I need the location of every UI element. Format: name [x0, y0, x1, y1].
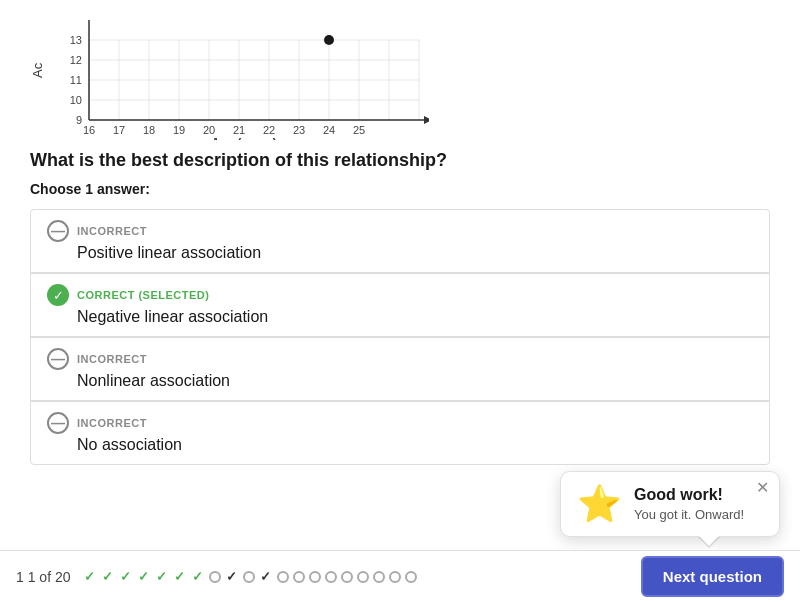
- svg-text:19: 19: [173, 124, 185, 136]
- svg-text:11: 11: [70, 74, 82, 86]
- dot-11: ✓: [259, 570, 273, 584]
- progress-number: 1: [16, 569, 28, 585]
- svg-text:12: 12: [70, 54, 82, 66]
- svg-marker-19: [424, 116, 429, 124]
- answer-option-4[interactable]: — INCORRECT No association: [30, 401, 770, 465]
- answer-option-3[interactable]: — INCORRECT Nonlinear association: [30, 337, 770, 401]
- main-content: Ac: [0, 0, 800, 465]
- dot-7: ✓: [191, 570, 205, 584]
- svg-text:18: 18: [143, 124, 155, 136]
- dot-3: ✓: [119, 570, 133, 584]
- toast-pointer: [699, 536, 719, 546]
- dot-8: [209, 571, 221, 583]
- option-status-3: INCORRECT: [77, 353, 147, 365]
- answer-option-2[interactable]: ✓ CORRECT (SELECTED) Negative linear ass…: [30, 273, 770, 337]
- bottom-bar: 1 1 of 20 ✓ ✓ ✓ ✓ ✓ ✓ ✓ ✓ ✓ Next questio…: [0, 550, 800, 602]
- svg-text:24: 24: [323, 124, 335, 136]
- dot-20: [405, 571, 417, 583]
- toast-close-button[interactable]: ✕: [756, 480, 769, 496]
- dot-15: [325, 571, 337, 583]
- svg-text:17: 17: [113, 124, 125, 136]
- incorrect-icon-1: —: [47, 220, 69, 242]
- dot-14: [309, 571, 321, 583]
- svg-text:Age (years): Age (years): [211, 136, 276, 140]
- progress-of-total: 1 of 20: [28, 569, 71, 585]
- answer-option-1[interactable]: — INCORRECT Positive linear association: [30, 209, 770, 273]
- dot-12: [277, 571, 289, 583]
- svg-text:16: 16: [83, 124, 95, 136]
- svg-point-35: [324, 35, 334, 45]
- y-axis-label: Ac: [30, 10, 45, 130]
- svg-text:23: 23: [293, 124, 305, 136]
- svg-text:25: 25: [353, 124, 365, 136]
- dot-19: [389, 571, 401, 583]
- correct-icon-2: ✓: [47, 284, 69, 306]
- dot-9: ✓: [225, 570, 239, 584]
- svg-text:20: 20: [203, 124, 215, 136]
- dot-13: [293, 571, 305, 583]
- dot-4: ✓: [137, 570, 151, 584]
- svg-text:9: 9: [76, 114, 82, 126]
- toast: ⭐ Good work! You got it. Onward! ✕: [560, 471, 780, 537]
- dot-18: [373, 571, 385, 583]
- dot-16: [341, 571, 353, 583]
- dot-6: ✓: [173, 570, 187, 584]
- choose-label: Choose 1 answer:: [30, 181, 770, 197]
- svg-text:10: 10: [70, 94, 82, 106]
- svg-text:13: 13: [70, 34, 82, 46]
- next-question-button[interactable]: Next question: [641, 556, 784, 597]
- progress-text: 1 1 of 20: [16, 569, 71, 585]
- dot-5: ✓: [155, 570, 169, 584]
- chart-container: 9 10 11 12 13 16 17 18 19 20 21 22 23 24…: [49, 10, 429, 140]
- toast-title: Good work!: [634, 486, 763, 504]
- dot-2: ✓: [101, 570, 115, 584]
- dot-17: [357, 571, 369, 583]
- option-text-4: No association: [77, 436, 753, 454]
- svg-text:21: 21: [233, 124, 245, 136]
- chart-area: Ac: [30, 10, 770, 140]
- option-text-2: Negative linear association: [77, 308, 753, 326]
- dot-1: ✓: [83, 570, 97, 584]
- star-icon: ⭐: [577, 486, 622, 522]
- answer-options: — INCORRECT Positive linear association …: [30, 209, 770, 465]
- progress-dots: ✓ ✓ ✓ ✓ ✓ ✓ ✓ ✓ ✓: [83, 570, 633, 584]
- option-status-2: CORRECT (SELECTED): [77, 289, 209, 301]
- option-status-4: INCORRECT: [77, 417, 147, 429]
- incorrect-icon-4: —: [47, 412, 69, 434]
- dot-10: [243, 571, 255, 583]
- svg-text:22: 22: [263, 124, 275, 136]
- toast-message: You got it. Onward!: [634, 507, 763, 522]
- question-text: What is the best description of this rel…: [30, 150, 770, 171]
- option-text-1: Positive linear association: [77, 244, 753, 262]
- option-text-3: Nonlinear association: [77, 372, 753, 390]
- incorrect-icon-3: —: [47, 348, 69, 370]
- option-status-1: INCORRECT: [77, 225, 147, 237]
